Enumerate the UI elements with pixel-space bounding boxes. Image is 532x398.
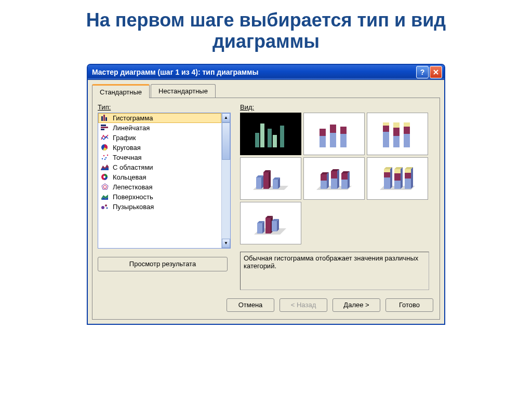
slide-heading: На первом шаге выбирается тип и вид диаг… (0, 0, 532, 52)
titlebar[interactable]: Мастер диаграмм (шаг 1 из 4): тип диагра… (88, 65, 444, 80)
svg-rect-25 (268, 129, 272, 147)
svg-marker-61 (337, 169, 339, 189)
scroll-down-button[interactable]: ▼ (222, 239, 230, 248)
cancel-button[interactable]: Отмена (227, 298, 274, 312)
svg-point-9 (105, 157, 107, 158)
subtype-stacked100-column[interactable] (367, 113, 428, 155)
type-list-scrollbar[interactable]: ▲ ▼ (221, 113, 230, 248)
type-item-bubble[interactable]: Пузырьковая (98, 202, 221, 212)
subtype-clustered-column[interactable] (240, 113, 301, 155)
svg-marker-91 (277, 219, 279, 231)
svg-rect-5 (101, 129, 104, 130)
svg-rect-28 (320, 136, 326, 147)
svg-rect-44 (256, 177, 261, 189)
svg-marker-65 (348, 171, 350, 189)
svg-point-7 (102, 158, 103, 159)
close-icon (433, 69, 439, 75)
svg-point-21 (105, 204, 107, 207)
svg-rect-54 (321, 181, 327, 189)
pie-icon (100, 144, 110, 152)
svg-rect-39 (393, 122, 400, 128)
subtype-3d-stacked100-column[interactable] (367, 157, 428, 200)
type-item-area[interactable]: С областями (98, 162, 221, 172)
svg-point-15 (103, 176, 105, 178)
svg-point-8 (103, 155, 104, 156)
svg-marker-81 (411, 167, 413, 189)
svg-rect-63 (341, 173, 348, 180)
type-item-doughnut[interactable]: Кольцевая (98, 172, 221, 182)
svg-marker-85 (262, 221, 264, 234)
type-label: Тип: (98, 103, 231, 111)
bubble-icon (100, 203, 110, 211)
chart-type-list[interactable]: Гистограмма Линейчатая (98, 113, 231, 249)
type-item-pie[interactable]: Круговая (98, 143, 221, 153)
scroll-up-button[interactable]: ▲ (222, 113, 230, 122)
svg-rect-36 (383, 122, 389, 126)
back-button: < Назад (280, 298, 327, 312)
type-item-surface[interactable]: Поверхность (98, 192, 221, 202)
help-button[interactable]: ? (416, 66, 429, 78)
subtype-stacked-column[interactable] (303, 113, 365, 155)
svg-marker-17 (103, 185, 107, 188)
type-item-label: Лепестковая (113, 183, 153, 191)
type-item-radar[interactable]: Лепестковая (98, 182, 221, 192)
bar-horizontal-icon (100, 124, 110, 132)
scatter-icon (100, 154, 110, 161)
svg-rect-74 (394, 169, 401, 173)
svg-rect-83 (257, 223, 262, 234)
svg-marker-49 (269, 170, 271, 189)
type-item-label: С областями (113, 163, 153, 171)
type-item-label: Поверхность (113, 193, 153, 201)
type-item-histogram[interactable]: Гистограмма (98, 113, 221, 123)
subtype-3d-clustered-column[interactable] (240, 157, 301, 200)
svg-rect-59 (331, 171, 337, 179)
type-item-scatter[interactable]: Точечная (98, 153, 221, 162)
svg-point-20 (101, 206, 104, 209)
svg-rect-42 (404, 122, 410, 127)
subtype-3d-stacked-column[interactable] (303, 157, 365, 200)
line-icon (100, 134, 110, 142)
type-item-label: Гистограмма (113, 114, 153, 122)
svg-rect-4 (101, 127, 108, 128)
surface-icon (100, 193, 110, 201)
histogram-icon (100, 114, 110, 122)
svg-rect-27 (280, 126, 284, 147)
svg-rect-47 (263, 172, 269, 189)
svg-rect-3 (101, 125, 106, 126)
close-button[interactable] (430, 66, 442, 78)
preview-result-button[interactable]: Просмотр результата (98, 257, 228, 271)
svg-rect-24 (260, 123, 264, 147)
svg-rect-1 (103, 115, 105, 121)
finish-button[interactable]: Готово (385, 298, 433, 312)
svg-rect-62 (341, 180, 348, 189)
chart-subtype-grid (240, 113, 428, 244)
type-item-label: Линейчатая (113, 124, 150, 132)
svg-rect-2 (105, 117, 107, 121)
chart-wizard-dialog: Мастер диаграмм (шаг 1 из 4): тип диагра… (87, 64, 445, 325)
svg-rect-32 (340, 134, 347, 147)
titlebar-text: Мастер диаграмм (шаг 1 из 4): тип диагра… (92, 68, 415, 76)
svg-marker-71 (390, 167, 392, 189)
tab-custom[interactable]: Нестандартные (151, 84, 216, 98)
type-item-bar-h[interactable]: Линейчатая (98, 123, 221, 133)
svg-rect-55 (321, 174, 327, 181)
svg-rect-86 (265, 218, 271, 234)
svg-rect-29 (320, 129, 326, 136)
type-item-line[interactable]: График (98, 133, 221, 143)
subtype-3d-column[interactable] (240, 202, 301, 244)
type-item-label: Пузырьковая (113, 203, 154, 211)
next-button[interactable]: Далее > (332, 298, 380, 312)
svg-rect-33 (340, 127, 347, 134)
tab-standard[interactable]: Стандартные (92, 84, 150, 98)
type-item-label: Кольцевая (113, 173, 146, 181)
type-item-label: Круговая (113, 144, 141, 152)
svg-rect-58 (331, 179, 337, 189)
subtype-description: Обычная гистограмма отображает значения … (240, 252, 429, 290)
scroll-track[interactable] (222, 160, 230, 239)
svg-rect-89 (272, 221, 277, 231)
scroll-thumb[interactable] (222, 122, 230, 160)
svg-point-11 (104, 159, 105, 160)
svg-point-22 (107, 208, 108, 209)
svg-rect-50 (273, 180, 278, 189)
svg-rect-30 (330, 133, 336, 147)
